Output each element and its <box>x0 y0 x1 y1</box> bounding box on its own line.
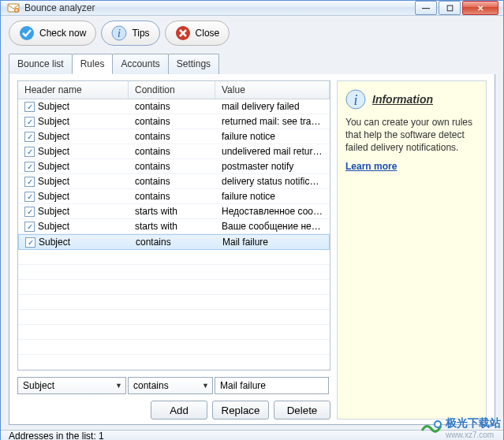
cell-value: undelivered mail returned to se... <box>215 146 330 157</box>
info-title: Information <box>372 93 433 106</box>
replace-button[interactable]: Replace <box>212 401 269 419</box>
cell-value: returned mail: see transcript fo... <box>215 116 330 127</box>
info-panel-icon: i <box>345 89 366 110</box>
delete-button[interactable]: Delete <box>274 401 330 419</box>
cell-condition: contains <box>129 131 215 142</box>
value-input-text: Mail failure <box>220 380 266 391</box>
table-row[interactable]: Subjectcontainsfailure notice <box>18 129 330 144</box>
cell-header: Subject <box>38 191 69 202</box>
checkbox-icon[interactable] <box>24 222 35 232</box>
tab-rules[interactable]: Rules <box>72 54 114 74</box>
condition-combo[interactable]: contains ▼ <box>128 377 213 394</box>
info-panel: i Information You can create your own ru… <box>337 80 487 419</box>
cell-header: Subject <box>38 131 69 142</box>
checkbox-icon[interactable] <box>24 207 35 217</box>
cell-header: Subject <box>38 101 69 112</box>
table-row-empty <box>18 340 330 355</box>
rules-pane: Header name Condition Value Subjectconta… <box>17 80 330 419</box>
table-row[interactable]: Subjectstarts withНедоставленное сообщен… <box>18 204 330 219</box>
cell-value: Недоставленное сообщение <box>215 206 330 217</box>
table-row-empty <box>18 355 330 370</box>
tab-bounce-list[interactable]: Bounce list <box>9 54 73 74</box>
chevron-down-icon: ▼ <box>115 382 122 390</box>
cell-header: Subject <box>38 116 69 127</box>
value-input[interactable]: Mail failure <box>215 377 329 394</box>
cell-condition: contains <box>129 237 216 248</box>
watermark: 极光下载站 www.xz7.com <box>420 416 501 439</box>
table-row-empty <box>18 310 330 325</box>
table-row-empty <box>18 325 330 340</box>
cell-condition: starts with <box>129 206 215 217</box>
col-header-name[interactable]: Header name <box>18 81 129 99</box>
table-row[interactable]: Subjectcontainsreturned mail: see transc… <box>18 114 330 129</box>
cell-condition: contains <box>129 176 215 187</box>
tabs: Bounce list Rules Accounts Settings <box>1 54 503 74</box>
table-row[interactable]: Subjectcontainsundelivered mail returned… <box>18 144 330 159</box>
col-value[interactable]: Value <box>215 81 330 99</box>
header-combo[interactable]: Subject ▼ <box>17 377 126 394</box>
rules-table: Header name Condition Value Subjectconta… <box>17 80 330 371</box>
checkbox-icon[interactable] <box>24 147 35 157</box>
watermark-icon <box>420 419 442 437</box>
cell-condition: contains <box>129 101 215 112</box>
checkbox-icon[interactable] <box>24 132 35 142</box>
learn-more-link[interactable]: Learn more <box>345 161 478 172</box>
window-title: Bounce analyzer <box>24 2 415 13</box>
cell-value: failure notice <box>215 131 330 142</box>
close-window-button[interactable]: ✕ <box>462 1 498 15</box>
cell-value: postmaster notify <box>215 161 330 172</box>
button-row: Add Replace Delete <box>17 401 330 419</box>
tab-accounts[interactable]: Accounts <box>112 54 168 74</box>
cell-header: Subject <box>38 161 69 172</box>
cell-value: Ваше сообщение не доставл... <box>215 221 330 232</box>
toolbar: Check now i Tips Close <box>1 16 503 50</box>
info-header: i Information <box>345 89 478 110</box>
table-row[interactable]: Subjectstarts withВаше сообщение не дост… <box>18 219 330 234</box>
window-controls: — ☐ ✕ <box>415 1 498 15</box>
cell-header: Subject <box>38 146 69 157</box>
check-now-label: Check now <box>39 28 86 39</box>
table-row-empty <box>18 280 330 295</box>
cell-value: Mail failure <box>216 237 329 248</box>
cell-header: Subject <box>38 206 69 217</box>
info-icon: i <box>111 25 127 41</box>
table-row[interactable]: Subjectcontainspostmaster notify <box>18 159 330 174</box>
check-icon <box>19 25 35 41</box>
watermark-text2: www.xz7.com <box>446 431 501 439</box>
checkbox-icon[interactable] <box>24 192 35 202</box>
table-row[interactable]: Subjectcontainsfailure notice <box>18 189 330 204</box>
cell-condition: contains <box>129 146 215 157</box>
status-text: Addresses in the list: 1 <box>9 431 104 440</box>
cell-header: Subject <box>39 237 70 248</box>
minimize-button[interactable]: — <box>415 1 437 15</box>
svg-text:i: i <box>118 28 121 39</box>
col-condition[interactable]: Condition <box>129 81 215 99</box>
cell-condition: contains <box>129 116 215 127</box>
check-now-button[interactable]: Check now <box>9 21 96 46</box>
editor-row: Subject ▼ contains ▼ Mail failure <box>17 377 330 394</box>
table-row-empty <box>18 295 330 310</box>
header-combo-value: Subject <box>23 380 54 391</box>
tab-settings[interactable]: Settings <box>168 54 219 74</box>
table-row[interactable]: Subjectcontainsdelivery status notificat… <box>18 174 330 189</box>
close-icon <box>175 25 191 41</box>
checkbox-icon[interactable] <box>25 237 35 248</box>
maximize-button[interactable]: ☐ <box>439 1 461 15</box>
table-row-empty <box>18 250 330 265</box>
table-body: Subjectcontainsmail delivery failedSubje… <box>18 99 330 370</box>
tips-button[interactable]: i Tips <box>101 21 159 46</box>
titlebar: Bounce analyzer — ☐ ✕ <box>1 1 503 16</box>
close-button[interactable]: Close <box>165 21 230 46</box>
table-row[interactable]: Subjectcontainsmail delivery failed <box>18 99 330 114</box>
checkbox-icon[interactable] <box>24 162 35 172</box>
checkbox-icon[interactable] <box>24 102 35 112</box>
tips-label: Tips <box>132 28 149 39</box>
condition-combo-value: contains <box>133 380 169 391</box>
add-button[interactable]: Add <box>151 401 207 419</box>
cell-condition: contains <box>129 161 215 172</box>
checkbox-icon[interactable] <box>24 177 35 187</box>
cell-value: delivery status notification (fail... <box>215 176 330 187</box>
checkbox-icon[interactable] <box>24 117 35 127</box>
table-row[interactable]: SubjectcontainsMail failure <box>18 234 330 250</box>
close-label: Close <box>196 28 220 39</box>
